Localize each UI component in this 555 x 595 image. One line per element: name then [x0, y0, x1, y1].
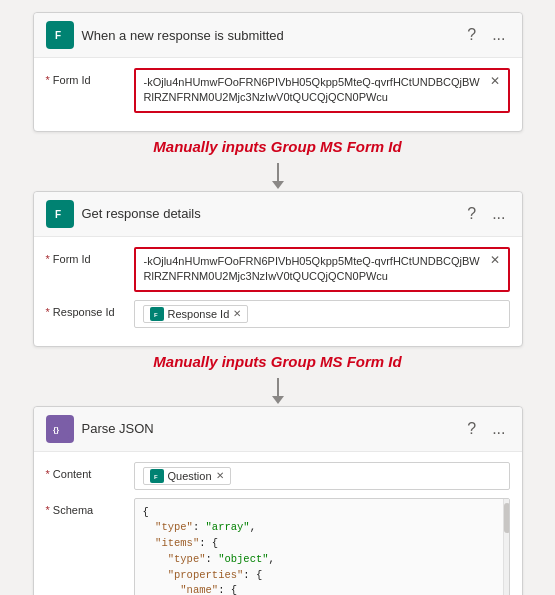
annotation-1: Manually inputs Group MS Form Id — [153, 138, 401, 155]
card-parse-json: {} Parse JSON ? ... * Content — [33, 406, 523, 595]
connector-arrow-1 — [272, 181, 284, 189]
card-trigger-header: F When a new response is submitted ? ... — [34, 13, 522, 58]
help-button-3[interactable]: ? — [463, 418, 480, 440]
json-icon: {} — [46, 415, 74, 443]
response-id-field[interactable]: F Response Id ✕ — [134, 300, 510, 328]
svg-text:F: F — [55, 209, 61, 220]
card-get-response-actions: ? ... — [463, 203, 509, 225]
response-id-tag-label: Response Id — [168, 308, 230, 320]
schema-scrollbar[interactable] — [503, 499, 509, 595]
more-button-1[interactable]: ... — [488, 24, 509, 46]
card-get-response: F Get response details ? ... * Form Id -… — [33, 191, 523, 347]
card-parse-json-body: * Content F Question ✕ — [34, 452, 522, 595]
schema-field[interactable]: { "type": "array", "items": { "type": "o… — [134, 498, 510, 595]
card-trigger-actions: ? ... — [463, 24, 509, 46]
response-id-row: * Response Id F Response Id ✕ — [46, 300, 510, 328]
svg-text:F: F — [154, 474, 158, 480]
required-asterisk-4: * — [46, 468, 50, 480]
forms-icon-1: F — [46, 21, 74, 49]
card-parse-json-header: {} Parse JSON ? ... — [34, 407, 522, 452]
schema-row: * Schema { "type": "array", "items": { "… — [46, 498, 510, 595]
form-id-label-1: * Form Id — [46, 68, 126, 86]
svg-text:F: F — [154, 312, 158, 318]
content-label: * Content — [46, 462, 126, 480]
required-asterisk-1: * — [46, 74, 50, 86]
card-get-response-header: F Get response details ? ... — [34, 192, 522, 237]
svg-text:F: F — [55, 30, 61, 41]
schema-container: { "type": "array", "items": { "type": "o… — [134, 498, 510, 595]
form-id-value-1[interactable]: -kOjlu4nHUmwFOoFRN6PIVbH05Qkpp5MteQ-qvrf… — [134, 68, 510, 113]
tag-forms-icon: F — [150, 307, 164, 321]
content-tag: F Question ✕ — [143, 467, 231, 485]
card-get-response-title: Get response details — [82, 206, 456, 221]
card-parse-json-title: Parse JSON — [82, 421, 456, 436]
card-trigger-title: When a new response is submitted — [82, 28, 456, 43]
clear-form-id-1[interactable]: ✕ — [490, 75, 500, 87]
response-id-tag: F Response Id ✕ — [143, 305, 249, 323]
connector-arrow-2 — [272, 396, 284, 404]
response-id-tag-close[interactable]: ✕ — [233, 308, 241, 319]
connector-2 — [272, 378, 284, 404]
content-tag-icon: F — [150, 469, 164, 483]
form-id-label-2: * Form Id — [46, 247, 126, 265]
card-get-response-body: * Form Id -kOjlu4nHUmwFOoFRN6PIVbH05Qkpp… — [34, 237, 522, 346]
help-button-2[interactable]: ? — [463, 203, 480, 225]
card-trigger: F When a new response is submitted ? ...… — [33, 12, 523, 132]
form-id-value-2[interactable]: -kOjlu4nHUmwFOoFRN6PIVbH05Qkpp5MteQ-qvrf… — [134, 247, 510, 292]
more-button-2[interactable]: ... — [488, 203, 509, 225]
content-field[interactable]: F Question ✕ — [134, 462, 510, 490]
help-button-1[interactable]: ? — [463, 24, 480, 46]
content-tag-label: Question — [168, 470, 212, 482]
required-asterisk-2: * — [46, 253, 50, 265]
more-button-3[interactable]: ... — [488, 418, 509, 440]
connector-line-1 — [277, 163, 279, 181]
required-asterisk-5: * — [46, 504, 50, 516]
clear-form-id-2[interactable]: ✕ — [490, 254, 500, 266]
card-parse-json-actions: ? ... — [463, 418, 509, 440]
content-tag-close[interactable]: ✕ — [216, 470, 224, 481]
schema-scrollbar-thumb — [504, 503, 510, 533]
connector-1 — [272, 163, 284, 189]
form-id-row-1: * Form Id -kOjlu4nHUmwFOoFRN6PIVbH05Qkpp… — [46, 68, 510, 113]
required-asterisk-3: * — [46, 306, 50, 318]
schema-label: * Schema — [46, 498, 126, 516]
card-trigger-body: * Form Id -kOjlu4nHUmwFOoFRN6PIVbH05Qkpp… — [34, 58, 522, 131]
response-id-label: * Response Id — [46, 300, 126, 318]
connector-line-2 — [277, 378, 279, 396]
svg-text:{}: {} — [53, 425, 59, 434]
form-id-row-2: * Form Id -kOjlu4nHUmwFOoFRN6PIVbH05Qkpp… — [46, 247, 510, 292]
content-row: * Content F Question ✕ — [46, 462, 510, 490]
annotation-2: Manually inputs Group MS Form Id — [153, 353, 401, 370]
forms-icon-2: F — [46, 200, 74, 228]
